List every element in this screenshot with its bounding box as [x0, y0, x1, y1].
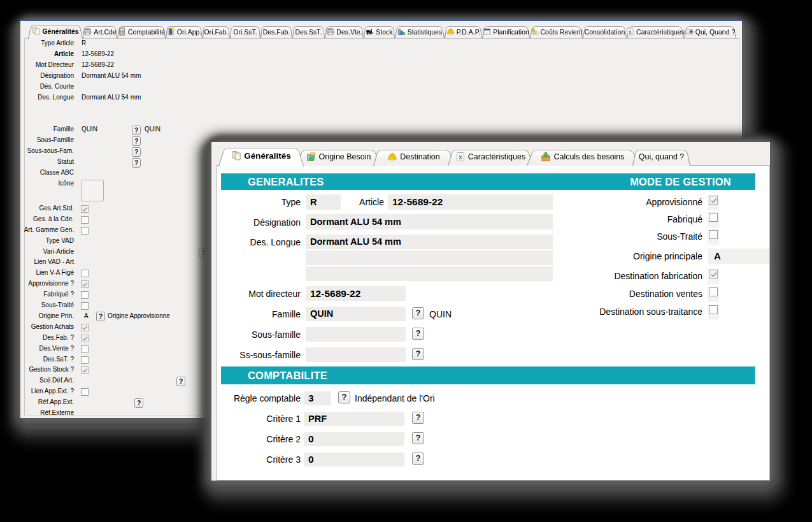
- svg-text:x: x: [629, 29, 632, 35]
- svg-text:x: x: [459, 153, 463, 161]
